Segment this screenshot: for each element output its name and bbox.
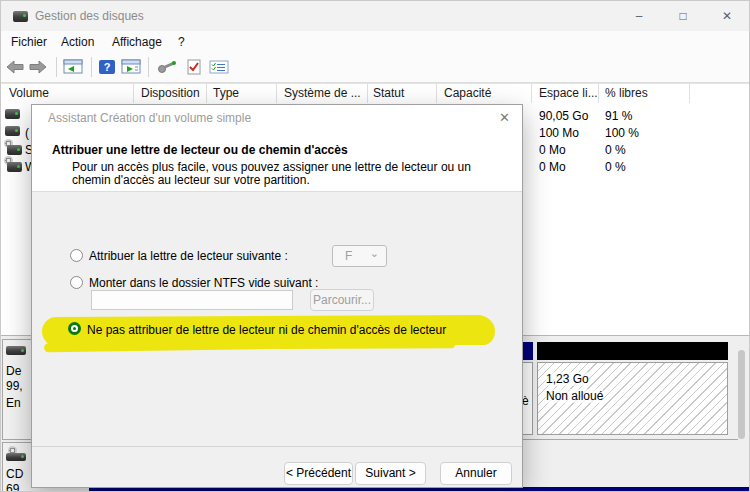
column-separator — [598, 84, 599, 103]
column-separator — [367, 84, 368, 103]
menu-item-fichier[interactable]: Fichier — [11, 35, 47, 49]
free-pct-cell: 100 % — [605, 126, 639, 140]
mount-path-input[interactable] — [91, 290, 293, 310]
wizard-description-line1: Pour un accès plus facile, vous pouvez a… — [72, 160, 471, 174]
back-arrow-icon[interactable] — [5, 59, 25, 75]
column-header-espace[interactable]: Espace li... — [539, 86, 598, 100]
unallocated-color-strip — [537, 342, 728, 360]
app-window: Gestion des disques – □ ✕ Fichier Action… — [0, 0, 750, 492]
disk-label-fragment: De — [6, 364, 21, 378]
menu-item-action[interactable]: Action — [61, 35, 94, 49]
footer-divider — [32, 446, 522, 447]
radio-mount-folder-label: Monter dans le dossier NTFS vide suivant… — [89, 276, 318, 290]
free-pct-cell: 0 % — [605, 143, 626, 157]
action-pane-icon[interactable] — [121, 59, 141, 75]
partition-text-fragment: è — [522, 394, 529, 408]
unallocated-body: 1,23 Go Non alloué — [537, 362, 728, 435]
toolbar: ? — [1, 53, 749, 83]
free-space-cell: 0 Mo — [539, 160, 566, 174]
toolbar-separator — [91, 57, 92, 77]
check-document-icon[interactable] — [185, 59, 203, 75]
window-title: Gestion des disques — [35, 9, 144, 23]
back-button[interactable]: < Précédent — [284, 462, 353, 485]
maximize-button[interactable]: □ — [661, 1, 705, 31]
properties-list-icon[interactable] — [209, 59, 229, 75]
volume-icon — [5, 126, 20, 136]
menu-item-affichage[interactable]: Affichage — [112, 35, 162, 49]
column-header-type[interactable]: Type — [213, 86, 239, 100]
wizard-dialog: Assistant Création d'un volume simple ✕ … — [31, 104, 523, 488]
unallocated-size: 1,23 Go — [546, 372, 589, 386]
volume-icon — [7, 162, 22, 172]
wizard-title-bar: Assistant Création d'un volume simple ✕ — [32, 105, 522, 129]
free-pct-cell: 91 % — [605, 109, 632, 123]
radio-mount-folder[interactable] — [70, 276, 83, 289]
wizard-heading: Attribuer une lettre de lecteur ou de ch… — [52, 143, 348, 157]
column-separator — [689, 84, 690, 103]
free-space-cell: 90,05 Go — [539, 109, 588, 123]
radio-assign-letter[interactable] — [70, 249, 83, 262]
free-space-cell: 0 Mo — [539, 143, 566, 157]
volume-name-fragment: ( — [25, 126, 29, 140]
disk-icon — [6, 346, 26, 355]
free-space-cell: 100 Mo — [539, 126, 579, 140]
column-separator — [276, 84, 277, 103]
disk-icon — [6, 453, 26, 461]
column-header-volume[interactable]: Volume — [9, 86, 49, 100]
forward-arrow-icon[interactable] — [28, 59, 48, 75]
disk-row-divider — [505, 439, 738, 440]
toolbar-separator — [56, 57, 57, 77]
disk-label-fragment: 99, — [6, 379, 23, 393]
volume-table-header: Volume Disposition Type Système de ... S… — [1, 83, 749, 104]
browse-button[interactable]: Parcourir... — [310, 289, 374, 311]
wizard-close-button[interactable]: ✕ — [499, 110, 510, 125]
vertical-scrollbar[interactable] — [738, 350, 745, 439]
free-pct-cell: 0 % — [605, 160, 626, 174]
volume-icon — [5, 109, 20, 119]
wizard-description-line2: chemin d'accès au lecteur sur votre part… — [72, 173, 310, 187]
column-header-capacite[interactable]: Capacité — [444, 86, 491, 100]
chevron-down-icon: ⌄ — [370, 247, 379, 260]
radio-no-letter[interactable] — [68, 322, 81, 335]
column-header-systeme[interactable]: Système de ... — [284, 86, 361, 100]
title-bar: Gestion des disques – □ ✕ — [1, 1, 749, 31]
close-button[interactable]: ✕ — [705, 1, 749, 31]
drive-letter-select[interactable]: F ⌄ — [332, 245, 387, 267]
cancel-button[interactable]: Annuler — [440, 462, 512, 485]
wizard-title: Assistant Création d'un volume simple — [48, 111, 251, 125]
radio-no-letter-label: Ne pas attribuer de lettre de lecteur ni… — [87, 323, 446, 337]
column-separator — [206, 84, 207, 103]
wizard-header: Attribuer une lettre de lecteur ou de ch… — [32, 129, 522, 191]
radio-assign-letter-label: Attribuer la lettre de lecteur suivante … — [89, 249, 288, 263]
help-icon[interactable]: ? — [98, 59, 116, 75]
column-header-disposition[interactable]: Disposition — [141, 86, 200, 100]
minimize-button[interactable]: – — [617, 1, 661, 31]
app-icon — [13, 11, 28, 22]
drive-letter-value: F — [345, 249, 352, 263]
header-divider — [32, 191, 522, 192]
console-tree-icon[interactable] — [63, 59, 83, 75]
volume-icon — [7, 145, 22, 155]
svg-text:?: ? — [104, 61, 111, 73]
menu-bar: Fichier Action Affichage ? — [1, 31, 749, 53]
column-header-libres[interactable]: % libres — [605, 86, 648, 100]
column-separator — [436, 84, 437, 103]
menu-item-aide[interactable]: ? — [178, 35, 185, 49]
next-button[interactable]: Suivant > — [355, 462, 426, 485]
disk-label-fragment: En — [6, 396, 21, 410]
cd-label-fragment: 69 — [6, 482, 19, 492]
unallocated-status: Non alloué — [546, 389, 603, 403]
toolbar-separator — [148, 57, 149, 77]
column-separator — [531, 84, 532, 103]
column-separator — [133, 84, 134, 103]
column-header-statut[interactable]: Statut — [373, 86, 404, 100]
scan-wand-icon[interactable] — [155, 59, 179, 75]
cd-label-fragment: CD — [6, 467, 23, 481]
